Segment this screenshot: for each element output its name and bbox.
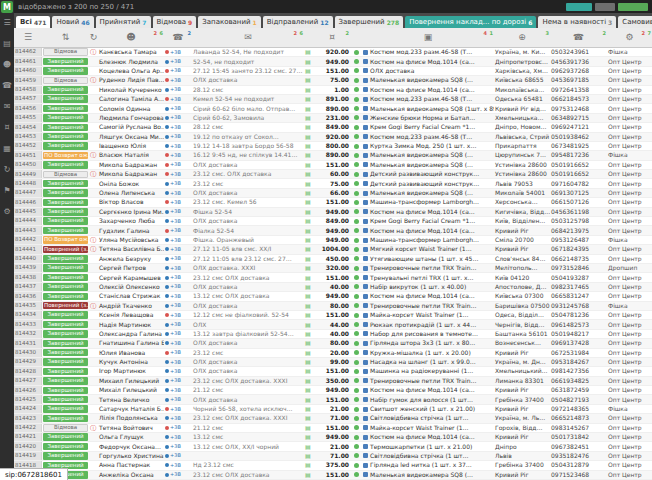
doc-icon[interactable]: ▤ <box>305 87 311 93</box>
status-badge[interactable]: Завершений <box>43 180 88 188</box>
call-cell[interactable]: +ЗВ <box>164 294 192 299</box>
doc-icon[interactable]: ▤ <box>305 124 311 130</box>
status-badge[interactable]: Завершений <box>43 330 88 338</box>
product-cell[interactable]: Маленькая видеокамера SQ8 (… <box>362 77 494 83</box>
doc-icon[interactable]: ▤ <box>305 59 311 65</box>
product-cell[interactable]: Утягивающие штаны (1 шт. х 45… <box>362 256 494 262</box>
call-cell[interactable]: +ЗВ <box>164 247 192 252</box>
info-icon[interactable]: ⓘ <box>90 425 96 431</box>
menu-icon[interactable]: ☰ <box>3 19 10 27</box>
product-cell[interactable]: Кружка-мішалка (1 шт. х 20.00) <box>362 350 494 356</box>
info-icon[interactable]: ⓘ <box>90 152 96 158</box>
tab-Новий[interactable]: Новий46 <box>52 16 93 28</box>
order-row[interactable]: 814420ЗавершенийФедорчук Оксана…+ЗВ13.12… <box>14 442 652 451</box>
info-icon[interactable]: ⓘ <box>90 49 96 55</box>
call-cell[interactable]: +ЗВ <box>164 59 192 64</box>
status-badge[interactable]: Завершений <box>43 255 88 263</box>
product-cell[interactable]: Костюм мод.233 разм.46-58 (Т… <box>362 96 494 102</box>
product-cell[interactable]: Детский развивающий конструк… <box>362 181 494 187</box>
status-badge[interactable]: Завершений <box>43 358 88 366</box>
order-row[interactable]: 814426ЗавершенийМихаіл Гилецький+ЗВ21.12… <box>14 386 652 395</box>
order-row[interactable]: 814428ЗавершенийІгор Мартинюк+ЗВОЛХ дост… <box>14 367 652 376</box>
call-cell[interactable]: +ЗВ <box>164 378 192 383</box>
doc-icon[interactable]: ▤ <box>305 453 311 459</box>
call-cell[interactable]: +ЗВ <box>164 238 192 243</box>
doc-icon[interactable]: ▤ <box>305 199 311 205</box>
info-icon[interactable]: ⓘ <box>90 77 96 83</box>
status-badge[interactable]: Завершений <box>43 405 88 413</box>
order-row[interactable]: 814443ЗавершенийГудзлик Галина+ЗВФіалка … <box>14 226 652 235</box>
status-badge[interactable]: Завершений <box>43 217 88 225</box>
tab-Всі[interactable]: Всі471 <box>16 16 50 28</box>
product-cell[interactable]: Набор для рисования в темноте… <box>362 331 494 337</box>
doc-icon[interactable]: ▤ <box>305 434 311 440</box>
tab-Запакований[interactable]: Запакований1 <box>198 16 260 28</box>
order-row[interactable]: 814418ЗавершенийАнна Пастернак+ЗВНд 23.1… <box>14 461 652 470</box>
status-badge[interactable]: Завершений <box>43 67 88 75</box>
price-column-icon[interactable]: ¤2 <box>314 33 350 42</box>
product-cell[interactable]: Маленькая видеокамера SQ8 (… <box>362 162 494 168</box>
status-badge[interactable]: Завершений <box>43 443 88 451</box>
doc-icon[interactable]: ▤ <box>305 143 311 149</box>
product-cell[interactable]: Детский развивающий конструк… <box>362 171 494 177</box>
info-icon[interactable]: ⓘ <box>90 171 96 177</box>
doc-icon[interactable]: ▤ <box>305 312 311 318</box>
status-badge[interactable]: Завершений <box>43 105 88 113</box>
doc-icon[interactable]: ▤ <box>305 415 311 421</box>
product-cell[interactable]: Тренировочные петли TRX Train… <box>362 265 494 271</box>
order-row[interactable]: 814427ЗавершенийМихаил Гилецький+ЗВ23.12… <box>14 377 652 386</box>
status-badge[interactable]: Завершений <box>43 133 88 141</box>
doc-icon[interactable]: ▤ <box>305 462 311 468</box>
status-badge[interactable]: Завершений <box>43 387 88 395</box>
doc-icon[interactable]: ▤ <box>305 387 311 393</box>
doc-icon[interactable]: ▤ <box>305 397 311 403</box>
product-cell[interactable]: Свитшот женский (1 шт. х 21.00) <box>362 406 494 412</box>
order-row[interactable]: 814432ЗавершенийОлександра Галина В…+ЗВ1… <box>14 330 652 339</box>
tab-Завершений[interactable]: Завершений278 <box>335 16 404 28</box>
status-badge[interactable]: Відмова <box>43 424 88 432</box>
doc-icon[interactable]: ▤ <box>305 425 311 431</box>
status-badge[interactable]: Завершений <box>43 396 88 404</box>
source-column-icon[interactable]: ⚙72 <box>607 33 652 42</box>
product-cell[interactable]: Куртка Зимка Мод. 250 (1 шт. х… <box>362 143 494 149</box>
order-row[interactable]: 814452ЗавершенийІващенко Юлія+ЗВ19.12 14… <box>14 142 652 151</box>
call-cell[interactable]: +ЗВ <box>164 172 192 177</box>
payments-icon[interactable]: ¤ <box>4 124 9 132</box>
order-row[interactable]: 814430ЗавершенийЮлия Иванова+ЗВ23.12 смс… <box>14 349 652 358</box>
product-cell[interactable]: Світловідбивна стрічка (1 шт… <box>362 415 494 421</box>
status-badge[interactable]: Відмова <box>43 48 88 56</box>
status-badge[interactable]: Завершений <box>43 124 88 132</box>
status-badge[interactable]: Завершений <box>43 227 88 235</box>
status-badge[interactable]: Завершений <box>43 321 88 329</box>
order-row[interactable]: 814457ЗавершенийСалогина Таміла А…+ЗВКем… <box>14 95 652 104</box>
order-row[interactable]: 814419ЗавершенийГоргулько Христина…+ЗВ▤7… <box>14 452 652 461</box>
order-row[interactable]: 814454ЗавершенийСамогій Руслана Во…+ЗВ28… <box>14 123 652 132</box>
status-badge[interactable]: Завершений <box>43 452 88 460</box>
doc-icon[interactable]: ▤ <box>305 293 311 299</box>
tab-Нема в наявності[interactable]: Нема в наявності3 <box>538 16 616 28</box>
order-row[interactable]: 814456ЗавершенийСоломія Одинна+ЗВСірий 6… <box>14 104 652 113</box>
call-cell[interactable]: +ЗВ <box>164 303 192 308</box>
order-row[interactable]: 814447ЗавершенийОлена Липенська+ЗВОЛХ до… <box>14 189 652 198</box>
doc-icon[interactable]: ▤ <box>305 322 311 328</box>
product-cell[interactable]: Маленькая видеокамера SQ8 (… <box>362 472 494 478</box>
status-badge[interactable]: Завершений <box>43 58 88 66</box>
info-icon[interactable]: ⓘ <box>90 237 96 243</box>
select-column-icon[interactable]: ☰ <box>14 33 42 42</box>
product-cell[interactable]: Гірлянда штора 3х3 (1 шт. х 80… <box>362 340 494 346</box>
call-cell[interactable]: +ЗВ <box>164 68 192 73</box>
product-cell[interactable]: Костюм мод.233 разм.46-58 (Т… <box>362 49 494 55</box>
doc-icon[interactable]: ▤ <box>305 209 311 215</box>
doc-icon[interactable]: ▤ <box>305 472 311 478</box>
doc-icon[interactable]: ▤ <box>305 96 311 102</box>
doc-icon[interactable]: ▤ <box>305 106 311 112</box>
status-badge[interactable]: ПО Возврат ож. <box>43 152 88 160</box>
order-row[interactable]: 814417ЗавершенийАнжеліка Оксана+ЗВ23.12 … <box>14 471 652 480</box>
product-cell[interactable]: Світловідбивна стрічка (1 шт… <box>362 453 494 459</box>
topbar-chip-1[interactable] <box>595 3 615 11</box>
call-cell[interactable]: +ЗВ <box>164 331 192 336</box>
call-cell[interactable]: +ЗВ <box>164 50 192 55</box>
product-cell[interactable]: Машина-трансформер Lamborgh… <box>362 199 494 205</box>
call-cell[interactable]: +ЗВ <box>164 284 192 289</box>
order-row[interactable]: 814462ВідмоваⓘКанєвська Тамара+ЗВЛаванда… <box>14 48 652 57</box>
